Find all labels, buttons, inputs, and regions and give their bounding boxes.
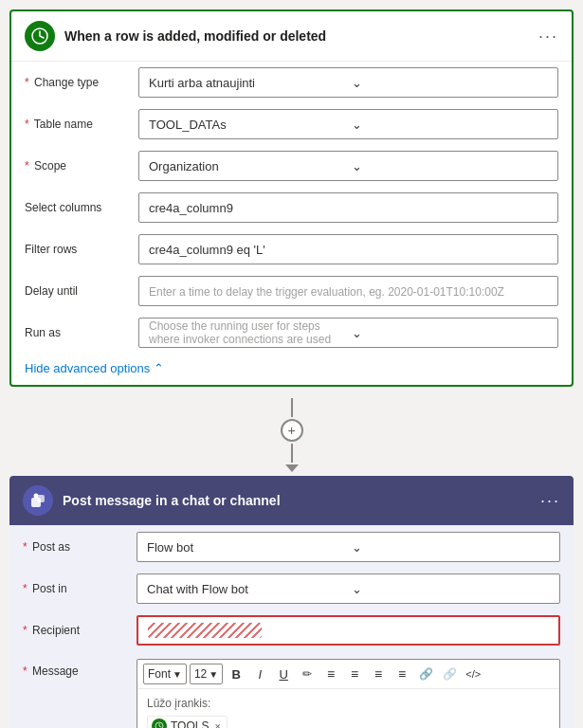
post-in-row: * Post in Chat with Flow bot ⌄ <box>9 568 574 610</box>
font-size-selector[interactable]: 12 ▼ <box>190 664 223 684</box>
delay-until-row: Delay until <box>11 270 572 312</box>
action-more-button[interactable]: ··· <box>540 491 560 511</box>
font-selector[interactable]: Font ▼ <box>143 664 187 684</box>
post-as-dropdown[interactable]: Flow bot ⌄ <box>137 532 560 562</box>
post-in-dropdown[interactable]: Chat with Flow bot ⌄ <box>137 573 560 604</box>
post-as-label: * Post as <box>23 540 137 554</box>
change-type-row: * Change type Kurti arba atnaujinti ⌄ <box>11 62 572 103</box>
delay-until-label: Delay until <box>25 284 138 298</box>
trigger-icon <box>25 21 55 51</box>
filter-rows-label: Filter rows <box>25 243 138 256</box>
filter-rows-wrapper <box>138 234 558 264</box>
delay-until-input[interactable] <box>138 276 558 306</box>
svg-point-3 <box>34 494 39 499</box>
recipient-row: * Recipient <box>9 610 574 651</box>
action-card-header: Post message in a chat or channel ··· <box>9 476 574 526</box>
link-button[interactable]: 🔗 <box>415 664 436 684</box>
trigger-card: When a row is added, modified or deleted… <box>9 9 574 387</box>
select-columns-row: Select columns <box>11 187 572 228</box>
connector-line-bottom <box>291 444 293 463</box>
run-as-chevron: ⌄ <box>352 326 549 340</box>
change-type-dropdown[interactable]: Kurti arba atnaujinti ⌄ <box>138 67 558 98</box>
trigger-more-button[interactable]: ··· <box>538 27 558 46</box>
unlink-button[interactable]: 🔗 <box>439 664 460 684</box>
required-star: * <box>23 624 27 637</box>
connector-line-top <box>291 398 293 417</box>
message-row: * Message Font ▼ 12 ▼ B I U <box>9 651 574 728</box>
change-type-chevron: ⌄ <box>352 76 549 90</box>
tag-tools-close[interactable]: × <box>214 720 220 728</box>
bold-button[interactable]: B <box>226 664 246 684</box>
required-star: * <box>25 118 29 131</box>
message-label: * Message <box>23 664 137 678</box>
post-as-wrapper: Flow bot ⌄ <box>137 532 560 562</box>
trigger-card-header: When a row is added, modified or deleted… <box>11 11 572 62</box>
tag-list: TOOLS × NAME × <box>147 716 550 728</box>
required-star: * <box>23 582 27 595</box>
change-type-label: * Change type <box>25 76 138 89</box>
recipient-input[interactable] <box>137 615 560 646</box>
post-as-row: * Post as Flow bot ⌄ <box>9 526 574 568</box>
tag-tools-icon <box>152 719 167 728</box>
required-star: * <box>25 76 29 89</box>
teams-icon <box>23 485 53 516</box>
highlight-button[interactable]: ✏ <box>297 664 318 684</box>
change-type-wrapper: Kurti arba atnaujinti ⌄ <box>138 67 558 98</box>
scope-wrapper: Organization ⌄ <box>138 151 558 181</box>
table-name-dropdown[interactable]: TOOL_DATAs ⌄ <box>138 109 558 139</box>
required-star: * <box>23 540 27 554</box>
select-columns-wrapper <box>138 192 558 223</box>
font-chevron: ▼ <box>173 669 182 680</box>
post-as-chevron: ⌄ <box>352 540 551 555</box>
post-in-wrapper: Chat with Flow bot ⌄ <box>137 573 560 604</box>
message-editor-wrapper: Font ▼ 12 ▼ B I U ✏ ≡ ≡ ≡ ≡ 🔗 <box>137 659 560 728</box>
bullets-button[interactable]: ≡ <box>320 664 341 684</box>
redacted-overlay <box>148 623 262 638</box>
arrow-down-icon <box>285 464 299 472</box>
filter-rows-row: Filter rows <box>11 228 572 270</box>
connector: + <box>9 394 574 476</box>
trigger-title: When a row is added, modified or deleted <box>64 28 538 44</box>
post-in-chevron: ⌄ <box>352 582 551 596</box>
align-center-button[interactable]: ≡ <box>392 664 412 684</box>
tag-tools: TOOLS × <box>147 716 228 728</box>
message-editor: Font ▼ 12 ▼ B I U ✏ ≡ ≡ ≡ ≡ 🔗 <box>137 659 560 728</box>
font-size-chevron: ▼ <box>209 669 218 680</box>
add-step-button[interactable]: + <box>281 419 303 442</box>
run-as-label: Run as <box>25 326 138 339</box>
message-body[interactable]: Lūžo įrankis: TOOLS × <box>137 689 559 728</box>
underline-button[interactable]: U <box>273 664 294 684</box>
required-star: * <box>23 664 27 678</box>
italic-button[interactable]: I <box>249 664 270 684</box>
table-name-chevron: ⌄ <box>352 118 549 132</box>
table-name-wrapper: TOOL_DATAs ⌄ <box>138 109 558 139</box>
scope-label: * Scope <box>25 159 138 173</box>
tag-tools-text: TOOLS <box>171 719 209 728</box>
action-title: Post message in a chat or channel <box>63 493 540 508</box>
required-star: * <box>25 159 29 173</box>
scope-dropdown[interactable]: Organization ⌄ <box>138 151 558 181</box>
recipient-wrapper <box>137 615 560 646</box>
post-in-label: * Post in <box>23 582 137 595</box>
recipient-label: * Recipient <box>23 624 137 637</box>
align-left-button[interactable]: ≡ <box>368 664 389 684</box>
table-name-label: * Table name <box>25 118 138 131</box>
run-as-wrapper: Choose the running user for steps where … <box>138 318 558 348</box>
hide-advanced-button[interactable]: Hide advanced options ⌃ <box>11 354 572 385</box>
run-as-row: Run as Choose the running user for steps… <box>11 312 572 354</box>
delay-until-wrapper <box>138 276 558 306</box>
filter-rows-input[interactable] <box>138 234 558 264</box>
select-columns-label: Select columns <box>25 201 138 214</box>
message-toolbar: Font ▼ 12 ▼ B I U ✏ ≡ ≡ ≡ ≡ 🔗 <box>137 660 559 689</box>
scope-chevron: ⌄ <box>352 159 549 173</box>
action-card: Post message in a chat or channel ··· * … <box>9 476 574 728</box>
run-as-dropdown[interactable]: Choose the running user for steps where … <box>138 318 558 348</box>
table-name-row: * Table name TOOL_DATAs ⌄ <box>11 103 572 145</box>
select-columns-input[interactable] <box>138 192 558 223</box>
scope-row: * Scope Organization ⌄ <box>11 145 572 187</box>
message-body-label: Lūžo įrankis: <box>147 697 550 710</box>
numbers-button[interactable]: ≡ <box>344 664 365 684</box>
hide-advanced-chevron: ⌃ <box>154 361 164 375</box>
code-button[interactable]: </> <box>463 664 483 684</box>
